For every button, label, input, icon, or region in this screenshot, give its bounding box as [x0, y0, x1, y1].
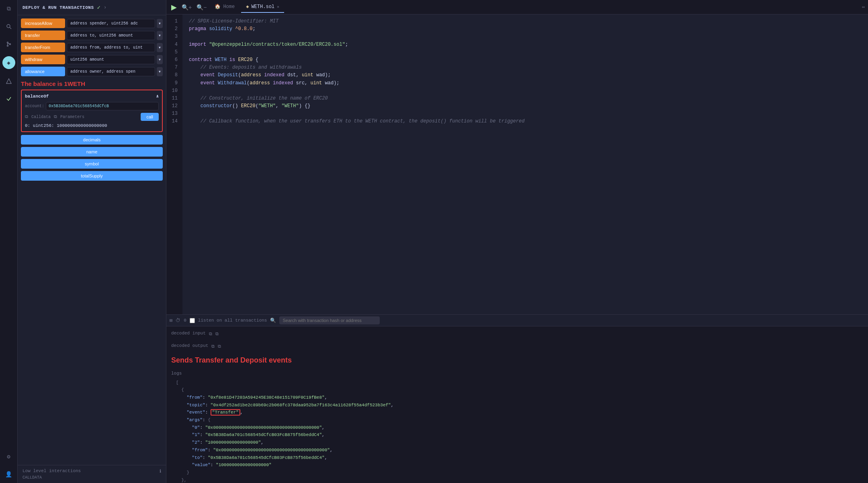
fn-row-transferfrom: transferFrom ▾ [21, 43, 163, 52]
bottom-toolbar: ⊞ ⏱ 0 listen on all transactions 🔍 [166, 315, 868, 326]
decoded-output-row: decoded output ⧉ ⧉ [171, 342, 863, 351]
editor-area: 1234567891011121314 // SPDX-License-Iden… [166, 14, 868, 483]
annotation-balance: The balance is 1WETH [18, 79, 166, 88]
zoom-out-button[interactable]: 🔍− [195, 4, 208, 10]
tx-output: decoded input ⧉ ⧉ decoded output ⧉ ⧉ Sen… [166, 326, 868, 483]
toolbar-search-icon[interactable]: 🔍 [270, 318, 276, 324]
calldata-label: Calldata [31, 115, 51, 119]
listen-label: listen on all transactions [198, 318, 267, 323]
balance-result: 0: uint256: 1000000000000000000 [25, 123, 159, 128]
bottom-panel: ⊞ ⏱ 0 listen on all transactions 🔍 decod… [166, 314, 868, 483]
logs-content: [ { "from": "0xf8e81D47203A594245E38C48e… [176, 379, 863, 483]
sidebar-icon-git[interactable] [3, 39, 14, 50]
low-level-info-icon[interactable]: ℹ [160, 469, 161, 474]
tab-home[interactable]: 🏠 Home [210, 1, 240, 13]
increaseallow-dropdown[interactable]: ▾ [157, 19, 163, 28]
increaseallow-button[interactable]: increaseAllow [21, 18, 65, 28]
balance-of-header: balanceOf ∧ [25, 94, 159, 99]
expand-icon[interactable]: ⇔ [862, 4, 865, 10]
decoded-input-copy2[interactable]: ⧉ [215, 330, 219, 338]
increaseallow-input[interactable] [67, 19, 155, 28]
balance-account-input[interactable] [46, 102, 159, 110]
deploy-title: DEPLOY & RUN TRANSACTIONS [23, 5, 94, 10]
sidebar-icon-verify[interactable] [3, 93, 14, 104]
deploy-panel: DEPLOY & RUN TRANSACTIONS ✓ › increaseAl… [18, 0, 166, 483]
copy-icon-parameters[interactable]: ⧉ [54, 114, 57, 119]
sidebar-icon-user[interactable]: 👤 [3, 469, 14, 480]
decimals-button[interactable]: decimals [21, 135, 163, 145]
main-area: ▶ 🔍+ 🔍− 🏠 Home ◈ WETH.sol ✕ ⇔ 1234567891… [166, 0, 868, 483]
decoded-input-copy1[interactable]: ⧉ [209, 330, 212, 338]
zoom-in-button[interactable]: 🔍+ [180, 4, 193, 10]
svg-point-0 [7, 24, 10, 28]
decoded-input-row: decoded input ⧉ ⧉ [171, 330, 863, 339]
fn-row-allowance: allowance ▾ [21, 67, 163, 76]
code-content: 1234567891011121314 // SPDX-License-Iden… [166, 14, 868, 314]
withdraw-dropdown[interactable]: ▾ [157, 55, 163, 64]
withdraw-input[interactable] [67, 55, 155, 64]
tab-close-icon[interactable]: ✕ [277, 4, 279, 9]
low-level-title: Low level interactions [23, 469, 81, 474]
tab-weth[interactable]: ◈ WETH.sol ✕ [241, 1, 284, 13]
allowance-input[interactable] [67, 67, 155, 76]
svg-marker-7 [6, 79, 11, 84]
sidebar-icon-files[interactable]: ⧉ [3, 3, 14, 14]
tab-weth-label: WETH.sol [251, 4, 274, 10]
copy-icon-calldata[interactable]: ⧉ [25, 114, 28, 119]
sidebar-icon-plugin[interactable]: ◈ [2, 56, 15, 69]
svg-point-2 [7, 42, 8, 43]
contract-functions: increaseAllow ▾ transfer ▾ transferFrom … [18, 15, 166, 79]
decoded-input-section: decoded input ⧉ ⧉ [171, 330, 863, 339]
transferfrom-input[interactable] [67, 43, 155, 52]
sidebar: ⧉ ◈ ⚙ 👤 [0, 0, 18, 483]
listen-checkbox[interactable] [190, 318, 195, 323]
sidebar-icon-search[interactable] [3, 21, 14, 32]
totalsupply-button[interactable]: totalSupply [21, 171, 163, 181]
transaction-count: 0 [184, 318, 186, 323]
balance-account-label: account: [25, 104, 44, 108]
tab-bar: ▶ 🔍+ 🔍− 🏠 Home ◈ WETH.sol ✕ ⇔ [166, 0, 868, 14]
toolbar-time-icon[interactable]: ⏱ [176, 318, 180, 324]
decoded-output-copy1[interactable]: ⧉ [211, 343, 215, 351]
decoded-output-section: decoded output ⧉ ⧉ [171, 342, 863, 351]
transfer-dropdown[interactable]: ▾ [157, 31, 163, 40]
fn-row-increaseallow: increaseAllow ▾ [21, 18, 163, 28]
fn-row-transfer: transfer ▾ [21, 31, 163, 40]
decoded-output-copy2[interactable]: ⧉ [218, 343, 221, 351]
home-icon: 🏠 [215, 4, 221, 10]
withdraw-button[interactable]: withdraw [21, 55, 65, 64]
fn-row-withdraw: withdraw ▾ [21, 55, 163, 64]
tab-home-label: Home [223, 4, 235, 10]
search-input[interactable] [279, 316, 380, 324]
svg-line-1 [10, 27, 11, 29]
symbol-button[interactable]: symbol [21, 159, 163, 169]
balance-calldata-row: ⧉ Calldata ⧉ Parameters call [25, 113, 159, 121]
balance-of-collapse-icon[interactable]: ∧ [156, 94, 159, 99]
transfer-button[interactable]: transfer [21, 31, 65, 40]
transfer-input[interactable] [67, 31, 155, 40]
sol-icon: ◈ [246, 4, 249, 10]
logs-label: logs [171, 371, 182, 376]
run-button[interactable]: ▶ [170, 3, 178, 12]
allowance-button[interactable]: allowance [21, 67, 65, 76]
transferfrom-button[interactable]: transferFrom [21, 43, 65, 52]
allowance-dropdown[interactable]: ▾ [157, 67, 163, 76]
call-button[interactable]: call [141, 113, 159, 121]
low-level-header: Low level interactions ℹ [23, 469, 161, 474]
sidebar-icon-settings[interactable]: ⚙ [3, 451, 14, 462]
annotation-events: Sends Transfer and Deposit events [171, 354, 863, 367]
parameters-label: Parameters [60, 115, 84, 119]
transferfrom-dropdown[interactable]: ▾ [157, 43, 163, 52]
decoded-output-label: decoded output [171, 342, 208, 350]
toolbar-expand-icon[interactable]: ⊞ [170, 318, 172, 324]
calldata-section-label: CALLDATA [23, 475, 161, 480]
low-level-section: Low level interactions ℹ CALLDATA [18, 465, 166, 483]
deploy-header: DEPLOY & RUN TRANSACTIONS ✓ › [18, 0, 166, 15]
name-button[interactable]: name [21, 147, 163, 157]
line-numbers: 1234567891011121314 [166, 14, 182, 314]
sidebar-icon-deploy[interactable] [3, 75, 14, 87]
deploy-expand-icon[interactable]: › [104, 5, 106, 10]
balance-account-row: account: [25, 102, 159, 110]
balance-of-title: balanceOf [25, 94, 49, 99]
code-editor[interactable]: // SPDX-License-Identifier: MIT pragma s… [182, 14, 868, 314]
